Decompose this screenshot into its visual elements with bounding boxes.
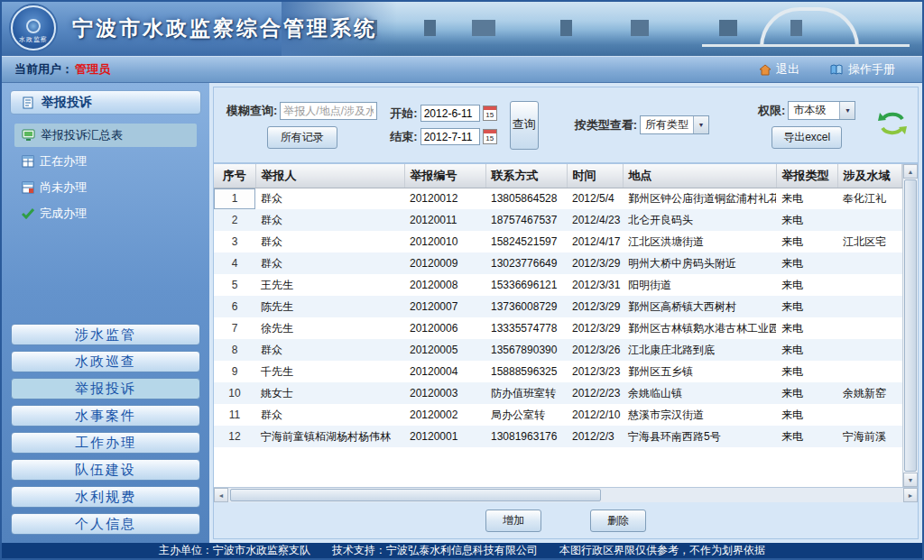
- nav-label: 水事案件: [75, 408, 136, 423]
- table-row[interactable]: 7徐先生20120006133355747782012/3/29鄞州区古林镇鹅水…: [214, 317, 902, 339]
- horizontal-scroll-thumb[interactable]: [230, 489, 601, 501]
- nav-complaints[interactable]: 举报投诉: [11, 378, 200, 399]
- start-date-input[interactable]: [420, 105, 480, 122]
- table-row[interactable]: 12宁海前童镇栢湖杨村杨伟林20120001130819631762012/2/…: [214, 426, 902, 447]
- cell-location: 余姚临山镇: [623, 382, 776, 404]
- cell-contact: 15824521597: [485, 231, 567, 252]
- column-header-water-area[interactable]: 涉及水域: [837, 164, 902, 188]
- chevron-down-icon: ▼: [693, 116, 708, 133]
- nav-work-handling[interactable]: 工作办理: [11, 432, 200, 454]
- table-row[interactable]: 9千先生20120004158885963252012/3/23鄞州区五乡镇来电: [214, 361, 902, 382]
- horizontal-scrollbar[interactable]: ◄ ►: [214, 487, 918, 502]
- column-header-report-no[interactable]: 举报编号: [404, 164, 485, 188]
- scroll-down-icon[interactable]: ▼: [903, 473, 918, 487]
- nav-water-cases[interactable]: 水事案件: [11, 405, 200, 427]
- nav-personal-info[interactable]: 个人信息: [11, 513, 200, 535]
- nav-label: 水利规费: [75, 489, 136, 504]
- chevron-down-icon: ▼: [839, 102, 855, 119]
- table-row[interactable]: 5王先生20120008153366961212012/3/31阳明街道来电: [214, 274, 902, 296]
- table-row[interactable]: 1群众20120012138058645282012/5/4鄞州区钟公庙街道铜盆…: [214, 188, 902, 209]
- cell-date: 2012/2/10: [567, 404, 623, 426]
- manual-button[interactable]: 操作手册: [830, 61, 895, 78]
- current-user-name: 管理员: [75, 61, 110, 78]
- cell-seq: 8: [214, 339, 255, 361]
- cell-report-no: 20120005: [404, 339, 485, 361]
- type-filter-select[interactable]: 所有类型 ▼: [640, 115, 709, 134]
- logout-button[interactable]: 退出: [759, 61, 799, 78]
- permission-select[interactable]: 市本级 ▼: [788, 101, 855, 120]
- horizontal-scroll-track[interactable]: [228, 488, 903, 502]
- cell-reporter: 姚女士: [255, 382, 404, 404]
- table-row[interactable]: 3群众20120010158245215972012/4/17江北区洪塘街道来电…: [214, 231, 902, 252]
- delete-button[interactable]: 删除: [590, 510, 646, 532]
- table-actions: 增加 删除: [214, 502, 918, 538]
- cell-location: 北仑开良码头: [623, 209, 776, 231]
- cell-type: 来电: [776, 274, 837, 296]
- main-panel: 模糊查询: 所有记录 开始: 15 结束:: [213, 87, 919, 539]
- cell-report-no: 20120006: [404, 317, 485, 339]
- column-header-date[interactable]: 时间: [567, 164, 623, 188]
- cell-water-area: [837, 209, 902, 231]
- book-icon: [830, 64, 844, 75]
- cell-contact: 15336696121: [485, 274, 567, 296]
- refresh-icon[interactable]: [876, 109, 909, 142]
- nav-label: 个人信息: [75, 516, 136, 531]
- monitor-icon: [22, 129, 35, 142]
- vertical-scroll-thumb[interactable]: [904, 179, 917, 472]
- cell-water-area: [837, 361, 902, 382]
- cell-reporter: 群众: [255, 231, 404, 252]
- menu-item-pending[interactable]: 尚未办理: [14, 176, 197, 199]
- nav-label: 举报投诉: [75, 381, 136, 396]
- cell-date: 2012/3/29: [567, 296, 623, 317]
- cell-location: 鄞州区高桥镇大西树村: [623, 296, 776, 317]
- fuzzy-query-input[interactable]: [280, 102, 377, 120]
- table-row[interactable]: 2群众20120011187574675372012/4/23北仑开良码头来电: [214, 209, 902, 231]
- user-bar-actions: 退出 操作手册: [759, 61, 910, 78]
- cell-report-no: 20120011: [404, 209, 485, 231]
- calendar-icon[interactable]: 15: [483, 129, 497, 144]
- export-excel-button[interactable]: 导出excel: [772, 126, 842, 149]
- cell-seq: 4: [214, 252, 255, 274]
- cell-contact: 13081963176: [485, 426, 567, 447]
- cell-water-area: [837, 296, 902, 317]
- calendar-icon[interactable]: 15: [483, 106, 497, 121]
- table-row[interactable]: 11群众20120002局办公室转2012/2/10慈溪市宗汉街道来电: [214, 404, 902, 426]
- column-header-location[interactable]: 地点: [623, 164, 776, 188]
- add-button[interactable]: 增加: [485, 510, 541, 532]
- scroll-right-icon[interactable]: ►: [903, 488, 918, 502]
- cell-date: 2012/5/4: [567, 188, 623, 209]
- table-row[interactable]: 4群众20120009130237766492012/3/29明州大桥中房码头附…: [214, 252, 902, 274]
- nav-water-patrol[interactable]: 水政巡查: [11, 351, 200, 372]
- scroll-left-icon[interactable]: ◄: [214, 488, 228, 502]
- header-photo: [282, 2, 922, 56]
- cell-type: 来电: [776, 252, 837, 274]
- column-header-contact[interactable]: 联系方式: [485, 164, 567, 188]
- search-button[interactable]: 查询: [510, 101, 539, 150]
- table-row[interactable]: 6陈先生20120007137360087292012/3/29鄞州区高桥镇大西…: [214, 296, 902, 317]
- column-header-seq[interactable]: 序号: [214, 164, 255, 188]
- manual-label: 操作手册: [848, 61, 895, 78]
- cell-reporter: 群众: [255, 339, 404, 361]
- current-user: 当前用户： 管理员: [14, 61, 110, 78]
- menu-item-completed[interactable]: 完成办理: [14, 202, 197, 225]
- table-row[interactable]: 8群众20120005135678903902012/3/26江北康庄北路到底来…: [214, 339, 902, 361]
- content-area: 举报投诉 举报投诉汇总表 正在办理 尚未办理 完成办理: [2, 83, 922, 543]
- column-header-reporter[interactable]: 举报人: [255, 164, 404, 188]
- footer: 主办单位：宁波市水政监察支队 技术支持：宁波弘泰水利信息科技有限公司 本图行政区…: [2, 543, 922, 558]
- cell-date: 2012/3/23: [567, 361, 623, 382]
- end-date-input[interactable]: [420, 128, 480, 145]
- nav-water-supervision[interactable]: 涉水监管: [11, 324, 200, 345]
- menu-item-in-progress[interactable]: 正在办理: [14, 150, 197, 173]
- nav-water-fees[interactable]: 水利规费: [11, 486, 200, 508]
- column-header-type[interactable]: 举报类型: [776, 164, 837, 188]
- nav-team-building[interactable]: 队伍建设: [11, 459, 200, 481]
- filter-toolbar: 模糊查询: 所有记录 开始: 15 结束:: [214, 87, 918, 163]
- all-records-button[interactable]: 所有记录: [267, 126, 337, 149]
- vertical-scrollbar[interactable]: ▲ ▼: [902, 164, 918, 487]
- fuzzy-query-label: 模糊查询:: [226, 103, 277, 119]
- cell-water-area: 余姚新窑: [837, 382, 902, 404]
- table-row[interactable]: 10姚女士20120003防办值班室转2012/2/23余姚临山镇来电余姚新窑: [214, 382, 902, 404]
- type-filter-group: 按类型查看: 所有类型 ▼: [575, 115, 709, 134]
- scroll-up-icon[interactable]: ▲: [903, 164, 918, 179]
- menu-item-complaint-summary[interactable]: 举报投诉汇总表: [14, 124, 197, 147]
